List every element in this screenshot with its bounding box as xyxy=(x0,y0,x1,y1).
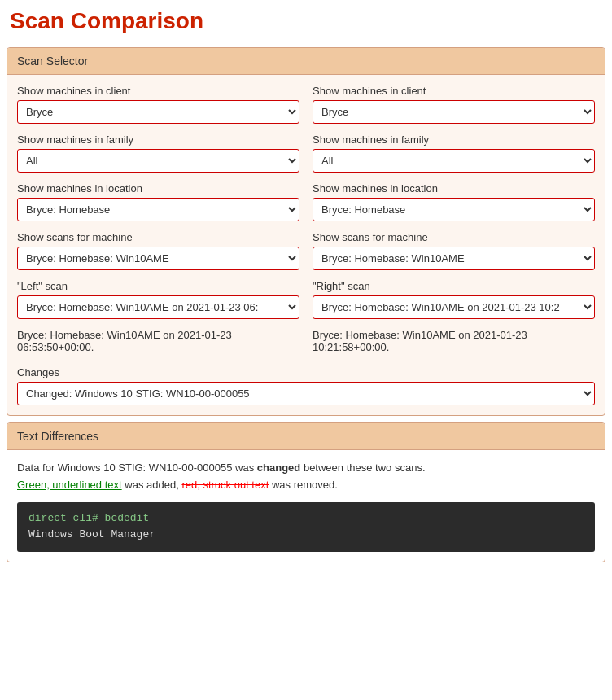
left-scan-label: "Left" scan xyxy=(17,280,299,292)
diff-desc-prefix: Data for Windows 10 STIG: WN10-00-000055… xyxy=(17,462,254,474)
right-scan-select[interactable]: Bryce: Homebase: Win10AME on 2021-01-23 … xyxy=(313,295,595,319)
scan-selector-header: Scan Selector xyxy=(7,48,605,75)
page-title: Scan Comparison xyxy=(0,0,612,41)
left-machine-label: Show scans for machine xyxy=(17,231,299,243)
text-differences-panel: Text Differences Data for Windows 10 STI… xyxy=(7,422,605,562)
left-family-group: Show machines in family All xyxy=(17,133,299,173)
diff-description: Data for Windows 10 STIG: WN10-00-000055… xyxy=(17,460,595,494)
diff-added-label: Green, underlined text xyxy=(17,479,122,491)
scan-selector-grid: Show machines in client Bryce Show machi… xyxy=(17,85,595,360)
left-location-group: Show machines in location Bryce: Homebas… xyxy=(17,182,299,221)
left-machine-group: Show scans for machine Bryce: Homebase: … xyxy=(17,231,299,270)
left-family-select[interactable]: All xyxy=(17,149,299,173)
right-family-group: Show machines in family All xyxy=(313,133,595,173)
code-block: direct cli# bcdedit Windows Boot Manager xyxy=(17,502,595,553)
code-line-1: direct cli# bcdedit xyxy=(28,510,584,527)
code-line-2: Windows Boot Manager xyxy=(28,527,584,544)
changes-label: Changes xyxy=(17,366,595,378)
right-machine-select[interactable]: Bryce: Homebase: Win10AME xyxy=(313,247,595,270)
right-scan-info: Bryce: Homebase: Win10AME on 2021-01-23 … xyxy=(313,329,595,353)
left-client-label: Show machines in client xyxy=(17,85,299,97)
right-column: Show machines in client Bryce Show machi… xyxy=(313,85,595,360)
right-client-select[interactable]: Bryce xyxy=(313,100,595,124)
right-family-select[interactable]: All xyxy=(313,149,595,173)
right-location-label: Show machines in location xyxy=(313,182,595,195)
diff-added-suffix-text: was added, xyxy=(125,479,179,491)
text-differences-body: Data for Windows 10 STIG: WN10-00-000055… xyxy=(7,450,605,562)
right-client-group: Show machines in client Bryce xyxy=(313,85,595,124)
left-location-label: Show machines in location xyxy=(17,182,299,195)
diff-changed-word: changed xyxy=(257,462,300,474)
left-scan-select[interactable]: Bryce: Homebase: Win10AME on 2021-01-23 … xyxy=(17,295,299,319)
right-scan-group: "Right" scan Bryce: Homebase: Win10AME o… xyxy=(313,280,595,319)
scan-selector-panel: Scan Selector Show machines in client Br… xyxy=(7,47,605,416)
changes-group: Changes Changed: Windows 10 STIG: WN10-0… xyxy=(17,366,595,405)
diff-removed-label-text: red, struck out text xyxy=(181,479,269,491)
right-machine-label: Show scans for machine xyxy=(313,231,595,243)
text-differences-header: Text Differences xyxy=(7,423,605,450)
right-location-select[interactable]: Bryce: Homebase xyxy=(313,198,595,221)
left-scan-info: Bryce: Homebase: Win10AME on 2021-01-23 … xyxy=(17,329,299,353)
left-family-label: Show machines in family xyxy=(17,133,299,146)
changes-select[interactable]: Changed: Windows 10 STIG: WN10-00-000055 xyxy=(17,382,595,405)
left-client-group: Show machines in client Bryce xyxy=(17,85,299,124)
right-machine-group: Show scans for machine Bryce: Homebase: … xyxy=(313,231,595,270)
left-machine-select[interactable]: Bryce: Homebase: Win10AME xyxy=(17,247,299,270)
left-scan-group: "Left" scan Bryce: Homebase: Win10AME on… xyxy=(17,280,299,319)
diff-desc-middle-text: between these two scans. xyxy=(304,462,426,474)
left-location-select[interactable]: Bryce: Homebase xyxy=(17,198,299,221)
diff-removed-suffix-text: was removed. xyxy=(272,479,338,491)
right-client-label: Show machines in client xyxy=(313,85,595,97)
scan-selector-body: Show machines in client Bryce Show machi… xyxy=(7,75,605,415)
right-family-label: Show machines in family xyxy=(313,133,595,146)
right-scan-label: "Right" scan xyxy=(313,280,595,292)
left-column: Show machines in client Bryce Show machi… xyxy=(17,85,299,360)
right-location-group: Show machines in location Bryce: Homebas… xyxy=(313,182,595,221)
left-client-select[interactable]: Bryce xyxy=(17,100,299,124)
